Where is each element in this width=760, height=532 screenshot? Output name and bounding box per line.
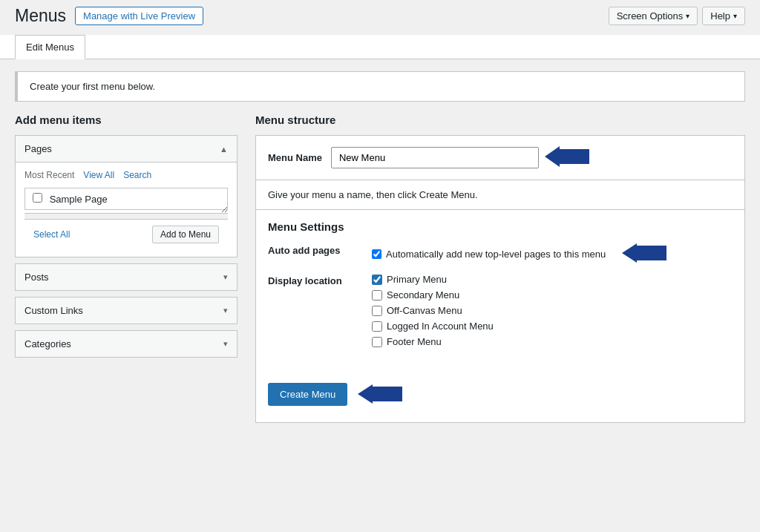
live-preview-button[interactable]: Manage with Live Preview xyxy=(75,7,203,25)
menu-name-arrow-icon xyxy=(545,146,589,169)
pages-accordion-header[interactable]: Pages ▲ xyxy=(16,136,237,162)
right-column: Menu structure Menu Name Give your menu … xyxy=(255,114,745,423)
posts-accordion-header[interactable]: Posts ▾ xyxy=(16,264,237,290)
menu-settings-section: Menu Settings Auto add pages Automatical… xyxy=(256,210,744,371)
categories-accordion-header[interactable]: Categories ▾ xyxy=(16,331,237,357)
custom-links-chevron-icon: ▾ xyxy=(223,306,228,315)
resize-handle[interactable] xyxy=(24,213,228,219)
location-loggedin: Logged In Account Menu xyxy=(372,321,733,332)
custom-links-label: Custom Links xyxy=(24,305,83,316)
menu-name-row: Menu Name xyxy=(256,136,744,180)
auto-add-pages-row: Auto add pages Automatically add new top… xyxy=(268,243,733,265)
auto-add-arrow-icon xyxy=(622,243,666,265)
display-location-content: Primary Menu Secondary Menu Off-Canvas M… xyxy=(372,274,733,352)
pages-accordion-body: Most Recent View All Search Sample Page … xyxy=(16,162,237,257)
main-content: Add menu items Pages ▲ Most Recent View … xyxy=(0,114,760,423)
auto-add-row: Automatically add new top-level pages to… xyxy=(372,243,733,265)
location-footer-checkbox[interactable] xyxy=(372,337,382,347)
tabs-bar: Edit Menus xyxy=(0,35,760,59)
location-loggedin-checkbox[interactable] xyxy=(372,321,382,332)
create-menu-button[interactable]: Create Menu xyxy=(268,383,347,406)
posts-chevron-icon: ▾ xyxy=(223,272,228,282)
top-bar: Menus Manage with Live Preview Screen Op… xyxy=(0,0,760,32)
menu-name-input-wrapper xyxy=(331,146,589,169)
display-location-row: Display location Primary Menu Secondary … xyxy=(268,274,733,352)
top-bar-right: Screen Options ▾ Help ▾ xyxy=(609,7,745,25)
most-recent-tab[interactable]: Most Recent xyxy=(24,170,74,180)
auto-add-pages-checkbox-label: Automatically add new top-level pages to… xyxy=(386,249,606,260)
display-location-label: Display location xyxy=(268,274,372,286)
pages-chevron-icon: ▲ xyxy=(220,145,228,154)
auto-add-pages-label: Auto add pages xyxy=(268,243,372,256)
hint-text: Give your menu a name, then click Create… xyxy=(256,180,744,210)
list-item: Sample Page xyxy=(24,188,228,210)
screen-options-button[interactable]: Screen Options ▾ xyxy=(609,7,698,25)
categories-chevron-icon: ▾ xyxy=(223,339,228,349)
location-secondary-label: Secondary Menu xyxy=(387,289,459,301)
categories-accordion: Categories ▾ xyxy=(15,330,238,358)
location-secondary-checkbox[interactable] xyxy=(372,290,382,301)
screen-options-chevron-icon: ▾ xyxy=(686,12,689,20)
location-footer: Footer Menu xyxy=(372,336,733,347)
pages-list: Sample Page xyxy=(24,188,228,213)
posts-label: Posts xyxy=(24,272,49,283)
page-title: Menus xyxy=(15,6,66,26)
location-footer-label: Footer Menu xyxy=(387,336,442,347)
location-offcanvas: Off-Canvas Menu xyxy=(372,305,733,316)
left-column: Add menu items Pages ▲ Most Recent View … xyxy=(15,114,238,423)
location-secondary: Secondary Menu xyxy=(372,289,733,301)
help-label: Help xyxy=(710,10,730,22)
notice-bar: Create your first menu below. xyxy=(15,71,745,102)
posts-accordion: Posts ▾ xyxy=(15,263,238,291)
menu-name-input[interactable] xyxy=(331,147,539,168)
screen-options-label: Screen Options xyxy=(617,10,684,22)
location-loggedin-label: Logged In Account Menu xyxy=(387,321,494,332)
svg-marker-2 xyxy=(358,384,402,404)
notice-text: Create your first menu below. xyxy=(30,81,155,92)
pages-accordion-footer: Select All Add to Menu xyxy=(24,219,228,249)
sample-page-checkbox[interactable] xyxy=(33,193,42,203)
create-menu-arrow-icon xyxy=(358,384,402,406)
location-primary-checkbox[interactable] xyxy=(372,275,382,285)
svg-marker-0 xyxy=(545,146,589,167)
categories-label: Categories xyxy=(24,338,71,349)
pages-label: Pages xyxy=(24,143,52,154)
help-button[interactable]: Help ▾ xyxy=(702,7,745,25)
top-bar-left: Menus Manage with Live Preview xyxy=(15,6,203,26)
svg-marker-1 xyxy=(622,243,666,263)
menu-structure-heading: Menu structure xyxy=(255,114,745,126)
tab-edit-menus[interactable]: Edit Menus xyxy=(15,35,85,59)
pages-tabs: Most Recent View All Search xyxy=(24,170,228,180)
auto-add-pages-content: Automatically add new top-level pages to… xyxy=(372,243,733,265)
sample-page-label: Sample Page xyxy=(50,194,108,205)
view-all-tab[interactable]: View All xyxy=(83,170,114,180)
menu-name-label: Menu Name xyxy=(268,152,322,163)
menu-settings-heading: Menu Settings xyxy=(268,220,733,233)
add-to-menu-button[interactable]: Add to Menu xyxy=(152,226,219,243)
custom-links-accordion: Custom Links ▾ xyxy=(15,297,238,324)
menu-structure-box: Menu Name Give your menu a name, then cl… xyxy=(255,135,745,423)
location-primary-label: Primary Menu xyxy=(387,274,447,285)
location-offcanvas-label: Off-Canvas Menu xyxy=(387,305,462,316)
custom-links-accordion-header[interactable]: Custom Links ▾ xyxy=(16,298,237,324)
location-primary: Primary Menu xyxy=(372,274,733,285)
create-menu-area: Create Menu xyxy=(256,371,744,422)
help-chevron-icon: ▾ xyxy=(733,12,737,20)
select-all-link[interactable]: Select All xyxy=(33,229,70,240)
add-menu-items-heading: Add menu items xyxy=(15,114,238,126)
search-tab[interactable]: Search xyxy=(123,170,151,180)
pages-accordion: Pages ▲ Most Recent View All Search Samp… xyxy=(15,135,238,257)
location-offcanvas-checkbox[interactable] xyxy=(372,306,382,316)
auto-add-pages-checkbox[interactable] xyxy=(372,249,381,259)
